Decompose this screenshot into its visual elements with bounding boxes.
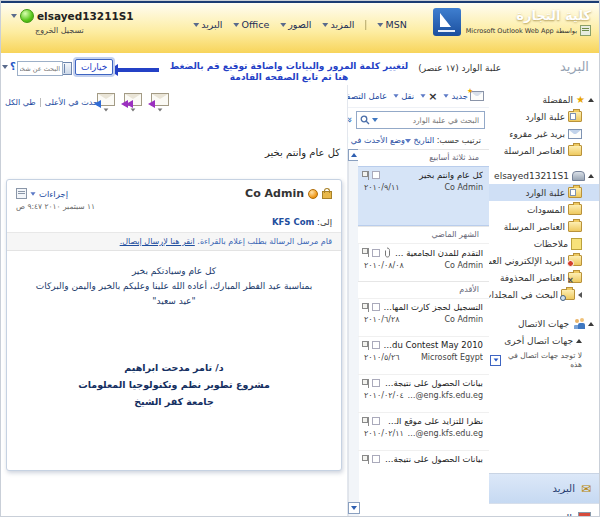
menu-msn[interactable]: MSN bbox=[377, 19, 406, 30]
collapse-icon[interactable] bbox=[588, 174, 594, 178]
notice-arrow bbox=[109, 64, 159, 76]
message-row[interactable]: Egypt Live@edu Contest May 2010 Microsof… bbox=[358, 336, 489, 374]
flag-icon[interactable] bbox=[362, 341, 369, 350]
inbox-folder-icon bbox=[568, 187, 582, 198]
favorite-unread-mail[interactable]: بريد غير مقروء bbox=[486, 125, 599, 142]
message-row[interactable]: التسجيل لحجز كارت المهارة وحجز امتحانات … bbox=[358, 298, 489, 336]
chevron-down-icon bbox=[421, 94, 426, 97]
message-sender[interactable]: Co Admin bbox=[245, 187, 304, 200]
reply-button[interactable] bbox=[151, 93, 169, 112]
delete-button[interactable]: × bbox=[420, 91, 437, 102]
message-row[interactable]: بيانات الحصول على نتيجة الفصل الدراسي ا.… bbox=[358, 374, 489, 412]
category-box-icon[interactable] bbox=[372, 303, 380, 311]
chevron-down-icon bbox=[30, 192, 35, 195]
sort-order-link[interactable]: وضع الأحدث في الأعلى bbox=[347, 136, 405, 145]
message-row[interactable]: بيانات الحصول على نتيجة الفصل الدراسي ا.… bbox=[358, 450, 489, 488]
recipient-row: إلى: KFS Com bbox=[7, 211, 341, 233]
dropdown-icon[interactable] bbox=[490, 355, 501, 366]
menu-office[interactable]: Office bbox=[234, 19, 270, 30]
chevron-down-icon bbox=[2, 65, 8, 69]
chevron-down-icon bbox=[405, 139, 411, 143]
collapse-icon[interactable] bbox=[588, 98, 594, 102]
message-list-pane: ★ جديد × نقل عامل التصفية عرض bbox=[347, 85, 489, 516]
chevron-down-icon bbox=[131, 108, 136, 111]
new-mail-icon: ★ bbox=[470, 91, 484, 101]
signed-in-user[interactable]: elsayed13211S1 bbox=[37, 10, 134, 22]
actions-menu[interactable]: إجراءات bbox=[16, 188, 68, 199]
collapse-icon[interactable] bbox=[576, 339, 582, 343]
category-box-icon[interactable] bbox=[372, 455, 380, 463]
brand-title: كلية التجارة bbox=[466, 8, 591, 23]
filter-button[interactable]: عامل التصفية bbox=[347, 91, 387, 101]
group-header[interactable]: الشهر الماضي bbox=[358, 226, 489, 243]
chevron-down-icon bbox=[158, 108, 163, 111]
folder-deleted-items[interactable]: العناصر المحذوفة bbox=[486, 269, 599, 286]
other-contacts[interactable]: جهات اتصال أخرى bbox=[486, 332, 599, 349]
recipient-chip[interactable]: KFS Com bbox=[272, 217, 314, 227]
reply-all-button[interactable] bbox=[124, 93, 142, 112]
group-header[interactable]: الأقدم bbox=[358, 281, 489, 298]
folder-junk-email[interactable]: البريد الإلكتروني العشوائي bbox=[486, 252, 599, 269]
sent-datetime: ١١ سبتمبر ٢٠١٠ ٩:٤٧ ص bbox=[7, 200, 341, 211]
category-box-icon[interactable] bbox=[372, 379, 380, 387]
message-row-selected[interactable]: كل عام وانتم بخير Co Admin ٢٠١٠/٩/١١ bbox=[358, 166, 489, 226]
no-contacts-note: لا توجد جهات اتصال في هذه bbox=[504, 351, 582, 369]
favorites-group[interactable]: ★ المفضلة bbox=[486, 91, 599, 108]
mailbox-group[interactable]: elsayed13211S1 bbox=[486, 167, 599, 184]
new-message-button[interactable]: ★ جديد bbox=[443, 91, 484, 101]
find-someone-input[interactable] bbox=[17, 61, 63, 76]
category-box-icon[interactable] bbox=[372, 249, 380, 257]
list-search-row: « bbox=[348, 108, 489, 132]
flag-icon[interactable] bbox=[362, 171, 369, 180]
search-inbox-input[interactable] bbox=[380, 115, 481, 126]
sent-folder-icon bbox=[568, 145, 582, 156]
header-strip: البريد علبة الوارد (١٧ عنصر) لتغيير كلمة… bbox=[1, 53, 599, 86]
folder-notes[interactable]: ملاحظات bbox=[486, 235, 599, 252]
junk-folder-icon bbox=[568, 255, 582, 266]
favorite-sent-items[interactable]: العناصر المرسلة bbox=[486, 142, 599, 159]
category-box-icon[interactable] bbox=[372, 341, 380, 349]
help-menu[interactable]: ؟ bbox=[2, 61, 16, 72]
lock-icon bbox=[322, 191, 332, 199]
group-header[interactable]: منذ ثلاثة أسابيع bbox=[358, 149, 489, 166]
menu-more[interactable]: المزيد bbox=[323, 19, 355, 30]
expand-icon[interactable] bbox=[578, 292, 582, 298]
flag-icon[interactable] bbox=[362, 417, 369, 426]
folder-drafts[interactable]: المسودات bbox=[486, 201, 599, 218]
flag-icon[interactable] bbox=[362, 248, 369, 257]
options-button[interactable]: خيارات bbox=[75, 59, 113, 75]
folder-sent-items[interactable]: العناصر المرسلة bbox=[486, 218, 599, 235]
search-scope-chevron-icon[interactable] bbox=[372, 118, 378, 122]
contacts-group[interactable]: جهات الاتصال bbox=[486, 315, 599, 332]
folder-inbox[interactable]: علبة الوارد bbox=[486, 184, 599, 201]
message-row[interactable]: نظرا للتزايد على موقع الجامعة للت... mis… bbox=[358, 412, 489, 450]
module-calendar[interactable]: التقويم bbox=[486, 504, 599, 516]
move-button[interactable]: نقل bbox=[393, 91, 414, 101]
help-icon[interactable]: ؟ bbox=[10, 61, 16, 72]
flag-icon[interactable] bbox=[362, 303, 369, 312]
search-icon[interactable] bbox=[360, 115, 370, 125]
sign-out-link[interactable]: تسجيل الخروج bbox=[35, 26, 134, 35]
folder-search-folders[interactable]: البحث في المجلدات bbox=[486, 286, 599, 303]
search-folders-icon bbox=[561, 289, 575, 300]
category-box-icon[interactable] bbox=[372, 171, 380, 179]
category-box-icon[interactable] bbox=[372, 417, 380, 425]
collapse-search-icon[interactable]: « bbox=[347, 117, 355, 123]
collapse-icon[interactable] bbox=[588, 322, 594, 326]
menu-photos[interactable]: الصور bbox=[280, 19, 311, 30]
send-receipt-link[interactable]: انقر هنا لإرسال إيصال. bbox=[120, 237, 195, 246]
chevron-down-icon[interactable] bbox=[11, 14, 17, 18]
flag-icon[interactable] bbox=[362, 379, 369, 388]
flag-icon[interactable] bbox=[362, 455, 369, 464]
module-mail[interactable]: ✉ البريد bbox=[486, 474, 599, 504]
arrange-by-value[interactable]: التاريخ bbox=[413, 136, 434, 145]
collapse-all-link[interactable]: طي الكل bbox=[5, 98, 36, 107]
menu-mail[interactable]: البريد bbox=[193, 19, 222, 30]
chevron-down-icon bbox=[323, 23, 329, 27]
sent-folder-icon bbox=[568, 221, 582, 232]
forward-button[interactable] bbox=[97, 93, 115, 112]
notes-icon bbox=[571, 238, 582, 250]
message-details-icon[interactable] bbox=[16, 188, 27, 199]
message-row[interactable]: التقدم للمدن الجامعية للعام الجامعي ٢٠١٠… bbox=[358, 243, 489, 281]
favorite-inbox[interactable]: علبة الوارد bbox=[486, 108, 599, 125]
